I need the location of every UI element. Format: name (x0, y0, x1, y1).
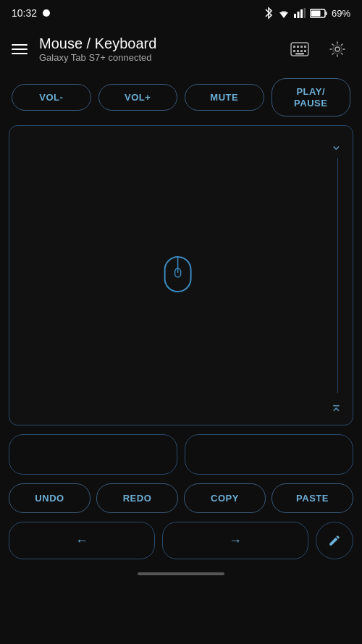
gear-icon (329, 41, 346, 58)
svg-rect-13 (304, 46, 306, 48)
edit-controls: UNDO REDO COPY PASTE (0, 480, 362, 519)
svg-rect-10 (293, 46, 295, 48)
svg-rect-11 (297, 46, 299, 48)
pencil-icon (328, 534, 341, 547)
svg-rect-7 (325, 12, 327, 15)
arrow-controls: ← → (0, 519, 362, 565)
svg-point-19 (335, 47, 340, 51)
right-click-button[interactable] (185, 434, 353, 475)
app-title: Mouse / Keyboard (39, 35, 287, 52)
svg-rect-14 (293, 50, 295, 52)
app-bar-titles: Mouse / Keyboard Galaxy Tab S7+ connecte… (39, 35, 287, 63)
svg-rect-15 (297, 50, 299, 52)
status-icons: 69% (264, 7, 350, 20)
status-dot (43, 9, 50, 17)
pencil-button[interactable] (316, 522, 353, 559)
copy-button[interactable]: COPY (184, 483, 266, 513)
mouse-svg (162, 254, 194, 295)
battery-icon (310, 9, 327, 18)
battery-percent: 69% (332, 8, 350, 19)
app-bar-actions (287, 36, 350, 62)
svg-rect-5 (303, 8, 306, 18)
home-bar (138, 572, 224, 575)
svg-rect-3 (297, 12, 299, 18)
scroll-down-button[interactable]: ⌅ (330, 397, 342, 415)
svg-rect-17 (304, 50, 306, 52)
scroll-up-button[interactable]: ⌄ (330, 136, 342, 153)
status-bar: 10:32 69% (0, 0, 362, 26)
redo-button[interactable]: REDO (96, 483, 178, 513)
svg-point-20 (333, 45, 342, 54)
svg-rect-2 (294, 14, 296, 18)
home-indicator (0, 565, 362, 580)
signal-icon (294, 8, 306, 18)
left-arrow-button[interactable]: ← (9, 522, 155, 559)
mouse-icon (162, 254, 194, 297)
keyboard-icon (290, 42, 309, 56)
paste-button[interactable]: PASTE (272, 483, 353, 513)
undo-button[interactable]: UNDO (9, 483, 90, 513)
wifi-icon (278, 8, 290, 18)
svg-rect-12 (300, 46, 303, 48)
keyboard-button[interactable] (287, 36, 313, 62)
media-controls: VOL- VOL+ MUTE PLAY/ PAUSE (0, 72, 362, 125)
menu-button[interactable] (12, 44, 28, 54)
click-buttons (0, 425, 362, 480)
svg-rect-16 (300, 50, 303, 52)
right-arrow-button[interactable]: → (162, 522, 308, 559)
status-time: 10:32 (12, 7, 50, 19)
svg-rect-4 (300, 9, 303, 18)
touchpad[interactable]: ⌄ ⌅ (9, 125, 353, 425)
left-click-button[interactable] (9, 434, 177, 475)
vol-minus-button[interactable]: VOL- (12, 84, 91, 111)
scroll-track (337, 158, 339, 393)
bluetooth-icon (264, 7, 274, 20)
app-subtitle: Galaxy Tab S7+ connected (39, 52, 287, 63)
mute-button[interactable]: MUTE (185, 84, 264, 111)
settings-button[interactable] (324, 36, 350, 62)
svg-rect-18 (295, 53, 304, 55)
svg-rect-8 (311, 10, 320, 16)
vol-plus-button[interactable]: VOL+ (98, 84, 178, 111)
app-bar: Mouse / Keyboard Galaxy Tab S7+ connecte… (0, 26, 362, 72)
play-pause-button[interactable]: PLAY/ PAUSE (272, 78, 351, 116)
